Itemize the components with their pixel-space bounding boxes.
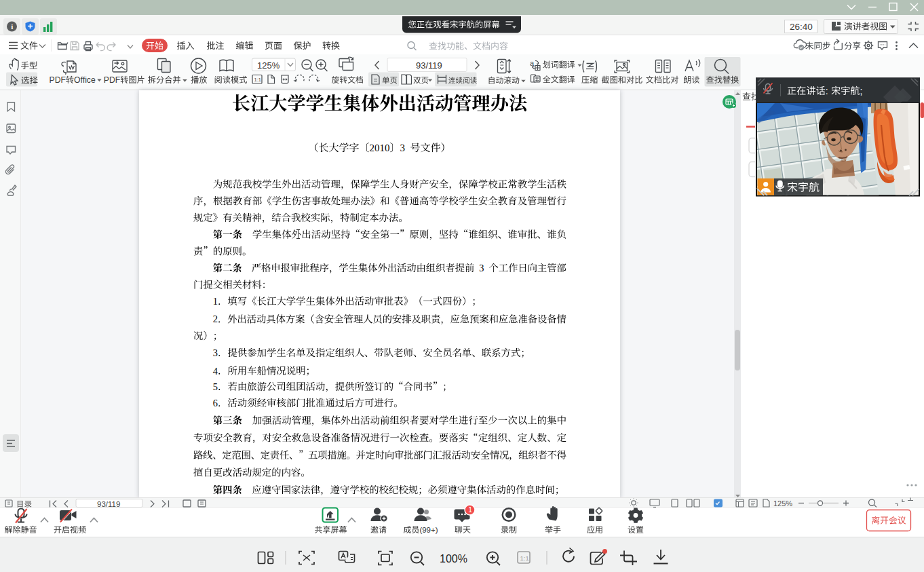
svg-text:5: 5 <box>213 381 218 392</box>
svg-text:3: 3 <box>213 347 218 358</box>
svg-text:2: 2 <box>213 313 218 324</box>
svg-text:PDF: PDF <box>50 75 66 85</box>
svg-text:(99+): (99+) <box>419 526 438 534</box>
svg-text:PDF: PDF <box>104 75 120 85</box>
svg-text:26:40: 26:40 <box>790 22 813 32</box>
svg-text:125%: 125% <box>257 60 280 71</box>
svg-text:1: 1 <box>468 506 472 514</box>
svg-text:93/119: 93/119 <box>416 60 442 71</box>
svg-text:1: 1 <box>213 296 218 307</box>
svg-text:Office: Office <box>74 75 96 85</box>
svg-text:2010: 2010 <box>370 142 390 153</box>
svg-text:i: i <box>11 22 13 31</box>
svg-text:4: 4 <box>213 366 218 377</box>
svg-text:100%: 100% <box>440 553 467 565</box>
svg-text:93/119: 93/119 <box>97 500 120 508</box>
svg-text:3: 3 <box>400 142 406 153</box>
svg-text:1:1: 1:1 <box>520 554 529 562</box>
svg-text:6: 6 <box>213 398 218 408</box>
svg-text:125%: 125% <box>773 499 792 508</box>
svg-text:;: ; <box>860 85 863 96</box>
svg-text:3: 3 <box>479 263 484 273</box>
svg-text:1:1: 1:1 <box>254 77 261 83</box>
svg-text::: : <box>826 85 828 96</box>
